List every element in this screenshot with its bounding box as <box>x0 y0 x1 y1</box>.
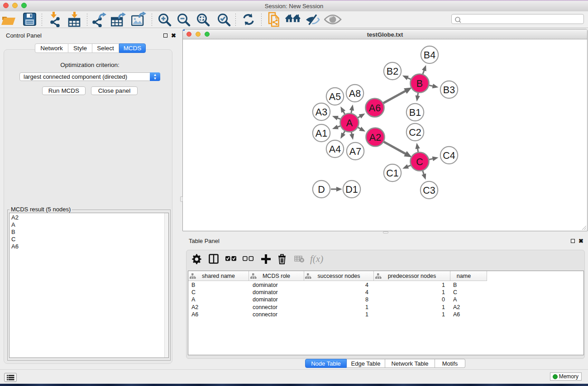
svg-text:A2: A2 <box>369 132 381 143</box>
svg-text:A7: A7 <box>349 146 361 157</box>
svg-text:A1: A1 <box>316 128 327 139</box>
svg-text:C: C <box>416 157 423 167</box>
svg-text:A6: A6 <box>369 103 381 114</box>
svg-text:A3: A3 <box>316 107 327 118</box>
svg-text:B3: B3 <box>443 85 455 95</box>
svg-text:C1: C1 <box>386 168 398 179</box>
svg-text:B: B <box>416 78 423 89</box>
svg-text:D: D <box>318 184 325 195</box>
svg-text:B4: B4 <box>424 50 435 61</box>
svg-text:D1: D1 <box>345 184 358 195</box>
svg-text:A8: A8 <box>349 88 361 99</box>
svg-text:B2: B2 <box>387 66 398 77</box>
svg-text:A4: A4 <box>329 144 341 155</box>
svg-text:B1: B1 <box>409 107 421 118</box>
svg-text:C3: C3 <box>423 185 435 196</box>
svg-text:C4: C4 <box>443 150 455 161</box>
svg-text:A: A <box>346 118 353 129</box>
svg-text:A5: A5 <box>329 91 341 102</box>
svg-text:C2: C2 <box>409 127 421 138</box>
